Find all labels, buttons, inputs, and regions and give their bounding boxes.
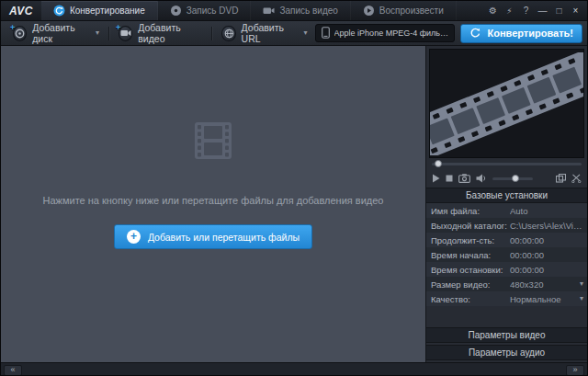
drop-hint-text: Нажмите на кнопку ниже или перетащите фа…: [43, 195, 384, 206]
row-stop-time[interactable]: Время остановки: 00:00:00: [426, 262, 587, 277]
toolbar-separator: [108, 27, 109, 40]
tab-label: Конвертирование: [70, 6, 145, 16]
window-controls: ⚙ ⚡ ? — □ ×: [485, 1, 587, 20]
snapshot-button[interactable]: [458, 174, 470, 183]
cut-button[interactable]: [571, 174, 582, 183]
property-value: Auto: [510, 206, 587, 216]
tab-play[interactable]: Воспроизвести: [351, 1, 457, 20]
property-value[interactable]: Нормальное: [510, 294, 576, 304]
row-quality[interactable]: Качество: Нормальное ▾: [426, 291, 587, 306]
convert-label: Конвертировать!: [487, 28, 573, 39]
row-duration: Продолжит-сть: 00:00:00: [426, 233, 587, 247]
main-tabs: Конвертирование Запись DVD Запись видео …: [41, 1, 457, 20]
property-value[interactable]: 00:00:00: [510, 265, 587, 275]
settings-button[interactable]: ⚙: [485, 4, 501, 17]
convert-button[interactable]: Конвертировать!: [460, 24, 582, 43]
play-button[interactable]: [432, 174, 440, 183]
seek-track[interactable]: [432, 163, 582, 165]
device-icon: [322, 27, 330, 40]
double-chevron-left-icon: «: [10, 366, 15, 374]
row-output-folder[interactable]: Выходной каталог: C:\Users\Alex\Videos\A…: [426, 218, 587, 233]
add-url-button[interactable]: Добавить URL ▾: [214, 24, 314, 43]
filmstrip-icon: [192, 121, 234, 164]
minimize-icon: —: [538, 6, 548, 16]
maximize-icon: □: [556, 6, 561, 16]
toolbar: + Добавить диск ▾ + Добавить видео Добав…: [1, 21, 587, 46]
add-disc-label: Добавить диск: [32, 22, 90, 44]
property-label: Продолжит-сть:: [431, 235, 510, 245]
property-label: Время начала:: [431, 250, 510, 260]
volume-slider[interactable]: [492, 177, 533, 180]
row-start-time[interactable]: Время начала: 00:00:00: [426, 247, 587, 262]
add-video-button[interactable]: + Добавить видео: [111, 24, 210, 43]
bottom-bar: « »: [1, 362, 587, 376]
output-format-label: Apple iPhone MPEG-4 фильм (*.mp4): [334, 28, 449, 38]
gear-icon: ⚙: [489, 6, 497, 16]
property-label: Выходной каталог:: [431, 221, 510, 231]
double-chevron-right-icon: »: [572, 366, 577, 374]
content: Нажмите на кнопку ниже или перетащите фа…: [1, 46, 587, 362]
seek-thumb[interactable]: [435, 160, 442, 167]
help-icon: ?: [524, 6, 529, 16]
camera-icon: [263, 5, 275, 17]
audio-options-button[interactable]: Параметры аудио: [426, 345, 587, 360]
property-value[interactable]: 00:00:00: [510, 250, 587, 260]
preview-area: [429, 49, 584, 158]
property-label: Время остановки:: [431, 265, 510, 275]
video-options-button[interactable]: Параметры видео: [426, 327, 587, 343]
chevron-down-icon: ▾: [96, 29, 99, 37]
maximize-button[interactable]: □: [551, 4, 567, 17]
volume-icon[interactable]: [476, 174, 487, 183]
minimize-button[interactable]: —: [535, 4, 550, 17]
basic-settings-header: Базовые установки: [426, 188, 587, 203]
row-video-size[interactable]: Размер видео: 480x320 ▾: [426, 277, 587, 291]
plus-badge-icon: +: [116, 23, 120, 32]
seek-bar: [426, 158, 587, 169]
dvd-icon: [170, 5, 182, 17]
tab-label: Воспроизвести: [379, 6, 444, 16]
lightning-icon: ⚡: [506, 6, 512, 16]
chevron-down-icon: ▾: [304, 29, 308, 37]
app-logo: AVC: [1, 1, 41, 20]
collapse-right-button[interactable]: »: [566, 365, 584, 376]
tab-burn-dvd[interactable]: Запись DVD: [158, 1, 252, 20]
tab-convert[interactable]: Конвертирование: [41, 1, 158, 20]
property-value[interactable]: C:\Users\Alex\Videos\A...: [510, 221, 587, 231]
dropdown-caret-icon[interactable]: ▾: [576, 280, 587, 288]
video-drop-area[interactable]: Нажмите на кнопку ниже или перетащите фа…: [1, 46, 425, 362]
property-label: Имя файла:: [431, 206, 510, 216]
convert-circle-icon: [469, 27, 481, 40]
add-url-label: Добавить URL: [242, 22, 299, 44]
close-icon: ×: [573, 6, 579, 16]
app-window: AVC Конвертирование Запись DVD Запись ви…: [0, 0, 588, 376]
play-circle-icon: [363, 5, 375, 17]
settings-panel: Базовые установки Имя файла: Auto Выходн…: [425, 46, 587, 362]
convert-icon: [53, 5, 65, 17]
close-button[interactable]: ×: [568, 4, 583, 17]
row-file-name: Имя файла: Auto: [426, 203, 587, 218]
add-files-label: Добавить или перетащить файлы: [148, 232, 300, 243]
plus-circle-icon: +: [127, 230, 141, 244]
property-value[interactable]: 480x320: [510, 279, 576, 290]
preview-filmstrip-icon: [430, 52, 583, 155]
stop-button[interactable]: [446, 175, 453, 182]
tab-label: Запись видео: [279, 6, 337, 16]
video-icon: +: [119, 26, 132, 41]
add-disc-button[interactable]: + Добавить диск ▾: [6, 24, 107, 43]
fullscreen-button[interactable]: [556, 174, 566, 183]
toolbar-separator: [211, 27, 212, 40]
add-files-button[interactable]: + Добавить или перетащить файлы: [114, 224, 312, 249]
globe-icon: [221, 26, 235, 41]
add-video-label: Добавить видео: [138, 22, 202, 44]
dropdown-caret-icon[interactable]: ▾: [576, 295, 587, 302]
property-value: 00:00:00: [510, 235, 587, 245]
plus-badge-icon: +: [10, 23, 15, 32]
tab-record-video[interactable]: Запись видео: [251, 1, 350, 20]
property-label: Качество:: [431, 294, 510, 304]
help-button[interactable]: ?: [518, 4, 534, 17]
tab-label: Запись DVD: [187, 6, 239, 16]
volume-thumb[interactable]: [512, 175, 519, 182]
tools-button[interactable]: ⚡: [502, 4, 517, 17]
collapse-left-button[interactable]: «: [4, 365, 22, 376]
output-format-select[interactable]: Apple iPhone MPEG-4 фильм (*.mp4): [315, 24, 456, 42]
